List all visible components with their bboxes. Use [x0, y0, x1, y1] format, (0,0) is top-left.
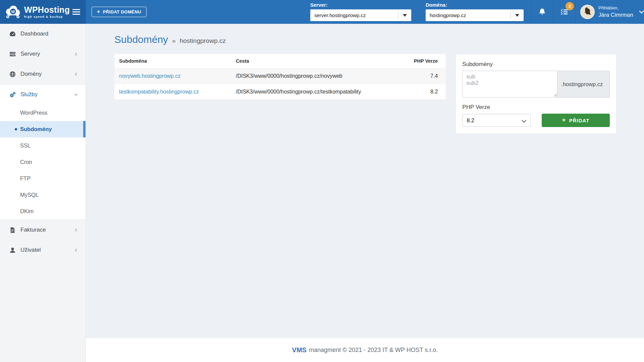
- php-version-label: PHP Verze: [462, 104, 610, 111]
- subdomain-link[interactable]: novyweb.hostingprowp.cz: [119, 73, 180, 79]
- subdomain-php-version: 8.2: [409, 84, 446, 100]
- subdomain-link[interactable]: testkompatability.hostingprowp.cz: [119, 89, 199, 95]
- brand-tagline: high speed & backup: [24, 15, 70, 18]
- php-version-select[interactable]: 8.2: [462, 114, 531, 127]
- invoice-icon: [9, 227, 16, 234]
- sidebar-item-dashboard[interactable]: Dashboard: [0, 24, 86, 44]
- domain-select-group: Doména: hostingprowp.cz: [426, 2, 524, 21]
- column-header-php: PHP Verze: [409, 54, 446, 68]
- column-header-subdomain: Subdoména: [114, 54, 231, 68]
- brand-name: WPHosting: [24, 6, 70, 14]
- gears-icon: [9, 91, 16, 98]
- main-content: Subdomény » hostingprowp.cz Subdoména Ce…: [86, 24, 644, 362]
- domain-select-value: hostingprowp.cz: [430, 12, 466, 18]
- chevron-left-icon: [74, 72, 78, 76]
- sidebar-item-subdomeny[interactable]: Subdomény: [0, 121, 86, 137]
- globe-icon: [9, 71, 16, 78]
- page-title: Subdomény: [114, 34, 168, 45]
- sidebar-item-uzivatel[interactable]: Uživatel: [0, 240, 86, 260]
- form-title: Subdomény: [462, 61, 610, 68]
- user-status: Přihlášen,: [598, 5, 633, 11]
- chevron-down-icon: [639, 10, 644, 14]
- subdomain-php-version: 7.4: [409, 68, 446, 84]
- plus-icon: +: [97, 9, 100, 15]
- footer: VMS managment © 2021 - 2023 IT & WP HOST…: [86, 338, 644, 362]
- sidebar: Dashboard Servery Domény: [0, 24, 86, 362]
- sidebar-item-fakturace[interactable]: Fakturace: [0, 220, 86, 240]
- subdomain-path: /DISK3/www/0000/hostingprowp.cz/novyweb: [231, 68, 409, 84]
- caret-down-icon: [403, 14, 407, 17]
- server-select[interactable]: server.hostingprowp.cz: [310, 9, 411, 21]
- user-icon: [9, 247, 16, 254]
- column-header-path: Cesta: [231, 54, 409, 68]
- add-subdomain-card: Subdomény .hostingprowp.cz PHP Verze 8.2…: [455, 54, 616, 134]
- caret-down-icon: [515, 14, 519, 17]
- chevron-left-icon: [74, 52, 78, 56]
- svg-text:W: W: [11, 9, 15, 13]
- subdomain-input[interactable]: [462, 71, 557, 98]
- page-head: Subdomény » hostingprowp.cz: [114, 34, 616, 45]
- bell-icon: [538, 8, 546, 16]
- tasks-badge: 2: [566, 2, 574, 10]
- domain-suffix: .hostingprowp.cz: [557, 71, 610, 98]
- topbar: W WPHosting high speed & backup + PŘIDAT…: [0, 0, 644, 24]
- cloud-logo-icon: W: [3, 5, 22, 19]
- table-row: testkompatability.hostingprowp.cz /DISK3…: [114, 84, 446, 100]
- chevron-down-icon: [74, 93, 78, 97]
- server-label: Server:: [310, 2, 411, 8]
- sidebar-item-servery[interactable]: Servery: [0, 44, 86, 64]
- add-subdomain-button[interactable]: + PŘIDAT: [542, 114, 610, 127]
- breadcrumb-separator: »: [172, 37, 176, 45]
- add-domain-button[interactable]: + PŘIDAT DOMÉNU: [92, 7, 147, 17]
- sidebar-item-cron[interactable]: Cron: [0, 154, 86, 170]
- gauge-icon: [9, 31, 16, 38]
- add-domain-label: PŘIDAT DOMÉNU: [103, 9, 141, 14]
- active-item-indicator: [83, 121, 86, 137]
- footer-brand: VMS: [292, 346, 307, 354]
- subdomains-table: Subdoména Cesta PHP Verze novyweb.hostin…: [114, 54, 446, 100]
- sidebar-item-wordpress[interactable]: WordPress: [0, 105, 86, 121]
- table-row: novyweb.hostingprowp.cz /DISK3/www/0000/…: [114, 68, 446, 84]
- sidebar-item-ssl[interactable]: SSL: [0, 137, 86, 154]
- sidebar-item-sluzby[interactable]: Služby: [0, 84, 86, 105]
- sidebar-item-mysql[interactable]: MySQL: [0, 187, 86, 203]
- user-name: Jára Cimrman: [598, 11, 633, 18]
- sidebar-section-sluzby: Služby WordPress Subdomény SSL Cron FTP …: [0, 84, 86, 220]
- footer-text: managment © 2021 - 2023 IT & WP HOST s.r…: [309, 347, 438, 354]
- tasks-button[interactable]: 2: [553, 0, 576, 24]
- sidebar-item-dkim[interactable]: DKim: [0, 203, 86, 220]
- chevron-left-icon: [74, 248, 78, 252]
- subdomains-table-card: Subdoména Cesta PHP Verze novyweb.hostin…: [114, 54, 446, 100]
- breadcrumb: hostingprowp.cz: [180, 37, 226, 45]
- server-select-group: Server: server.hostingprowp.cz: [310, 2, 411, 21]
- plus-icon: +: [562, 116, 566, 124]
- chevron-left-icon: [74, 228, 78, 232]
- domain-label: Doména:: [426, 2, 524, 8]
- server-icon: [9, 51, 16, 58]
- sidebar-item-ftp[interactable]: FTP: [0, 170, 86, 187]
- php-version-value: 8.2: [467, 117, 474, 124]
- avatar: [580, 5, 595, 19]
- sidebar-toggle-button[interactable]: [71, 8, 82, 16]
- domain-select[interactable]: hostingprowp.cz: [426, 9, 524, 21]
- user-menu[interactable]: Přihlášen, Jára Cimrman: [576, 0, 644, 24]
- topbar-right: 2 Přihlášen, Jára Cimrman: [531, 0, 644, 24]
- sidebar-item-domeny[interactable]: Domény: [0, 64, 86, 84]
- server-select-value: server.hostingprowp.cz: [314, 12, 366, 18]
- subdomain-path: /DISK3/www/0000/hostingprowp.cz/testkomp…: [231, 84, 409, 100]
- notifications-bell-button[interactable]: [531, 0, 553, 24]
- brand[interactable]: W WPHosting high speed & backup: [0, 0, 86, 24]
